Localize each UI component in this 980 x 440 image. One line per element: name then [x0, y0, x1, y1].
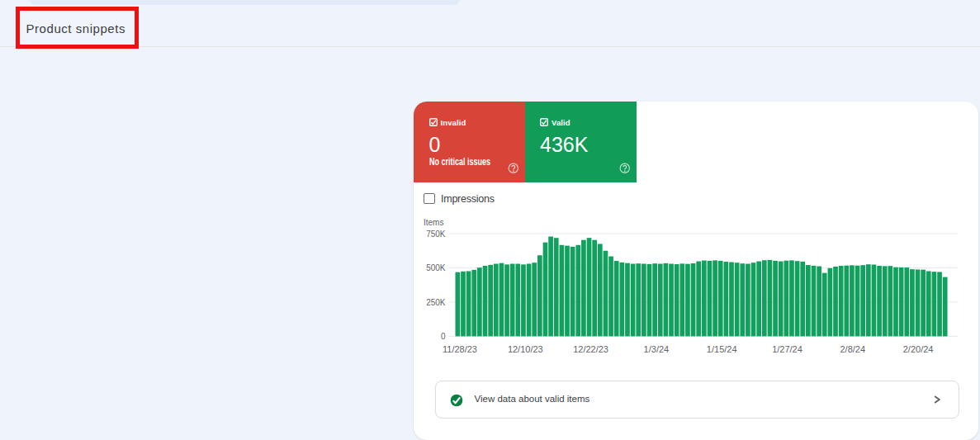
svg-text:12/10/23: 12/10/23	[508, 344, 543, 354]
svg-text:2/20/24: 2/20/24	[903, 344, 934, 354]
svg-text:0: 0	[441, 332, 446, 341]
svg-text:11/28/23: 11/28/23	[443, 344, 477, 354]
svg-text:250K: 250K	[426, 298, 446, 307]
svg-text:750K: 750K	[426, 229, 446, 239]
svg-text:1/27/24: 1/27/24	[772, 344, 802, 354]
svg-text:2/8/24: 2/8/24	[840, 344, 866, 354]
svg-text:Items: Items	[424, 218, 443, 227]
svg-text:1/3/24: 1/3/24	[644, 344, 670, 354]
svg-text:1/15/24: 1/15/24	[707, 344, 737, 354]
svg-text:12/22/23: 12/22/23	[573, 344, 608, 354]
svg-text:500K: 500K	[426, 263, 446, 272]
